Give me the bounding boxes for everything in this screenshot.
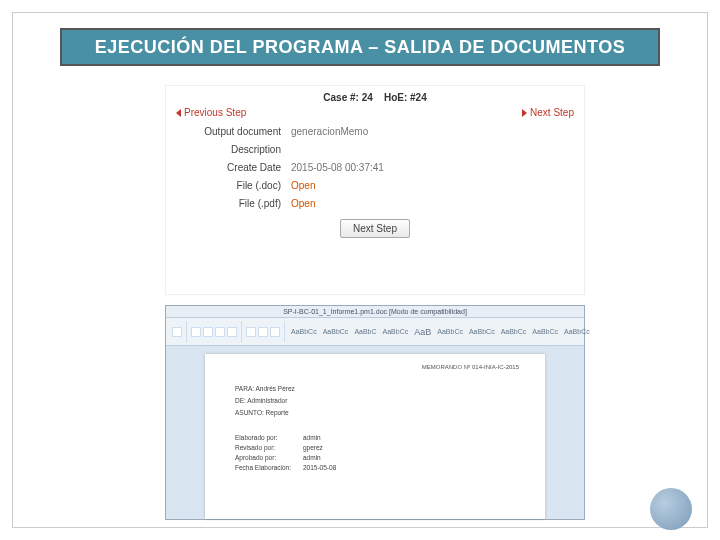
memo-key: Fecha Elaboración:	[235, 464, 295, 471]
title-bar: EJECUCIÓN DEL PROGRAMA – SALIDA DE DOCUM…	[60, 28, 660, 66]
memo-pair: Aprobado por: admin	[235, 454, 515, 461]
align-left-icon[interactable]	[246, 327, 256, 337]
next-step-label: Next Step	[530, 107, 574, 118]
bold-icon[interactable]	[191, 327, 201, 337]
description-label: Description	[176, 144, 291, 155]
style-preview[interactable]: AaBbCc	[530, 327, 560, 336]
style-preview[interactable]: AaBbCc	[321, 327, 351, 336]
next-step-button[interactable]: Next Step	[340, 219, 410, 238]
row-output-document: Output document generacionMemo	[176, 126, 574, 137]
memo-number: MEMORANDO Nº 014-INIA-IC-2015	[422, 364, 519, 370]
word-window: SP-I-BC-01_1_Informe1.pm1.doc [Modo de c…	[165, 305, 585, 520]
output-document-label: Output document	[176, 126, 291, 137]
file-pdf-open-link[interactable]: Open	[291, 198, 315, 209]
case-label: Case #: 24	[323, 92, 372, 103]
create-date-label: Create Date	[176, 162, 291, 173]
row-file-doc: File (.doc) Open	[176, 180, 574, 191]
paste-icon[interactable]	[172, 327, 182, 337]
memo-key: Revisado por:	[235, 444, 295, 451]
align-right-icon[interactable]	[270, 327, 280, 337]
decorative-sphere-icon	[650, 488, 692, 530]
file-pdf-label: File (.pdf)	[176, 198, 291, 209]
memo-val: admin	[303, 434, 321, 441]
chevron-right-icon	[522, 109, 527, 117]
style-preview[interactable]: AaBbCc	[499, 327, 529, 336]
style-preview[interactable]: AaB	[412, 326, 433, 338]
ribbon-font-group	[191, 321, 242, 342]
chevron-left-icon	[176, 109, 181, 117]
italic-icon[interactable]	[203, 327, 213, 337]
memo-val: gperez	[303, 444, 323, 451]
web-output-panel: Case #: 24 HoE: #24 Previous Step Next S…	[165, 85, 585, 295]
font-color-icon[interactable]	[227, 327, 237, 337]
memo-pair: Revisado por: gperez	[235, 444, 515, 451]
word-window-title: SP-I-BC-01_1_Informe1.pm1.doc [Modo de c…	[166, 306, 584, 318]
memo-val: 2015-05-08	[303, 464, 336, 471]
slide-title: EJECUCIÓN DEL PROGRAMA – SALIDA DE DOCUM…	[95, 37, 626, 58]
style-preview[interactable]: AaBbC	[352, 327, 378, 336]
memo-asunto: ASUNTO: Reporte	[235, 409, 515, 416]
style-preview[interactable]: AaBbCc	[562, 327, 592, 336]
file-doc-label: File (.doc)	[176, 180, 291, 191]
memo-key: Elaborado por:	[235, 434, 295, 441]
previous-step-label: Previous Step	[184, 107, 246, 118]
align-center-icon[interactable]	[258, 327, 268, 337]
underline-icon[interactable]	[215, 327, 225, 337]
row-description: Description	[176, 144, 574, 155]
case-row: Case #: 24 HoE: #24	[176, 92, 574, 103]
memo-de: DE: Administrador	[235, 397, 515, 404]
memo-para: PARA: Andrés Pérez	[235, 385, 515, 392]
memo-val: admin	[303, 454, 321, 461]
file-doc-open-link[interactable]: Open	[291, 180, 315, 191]
style-preview[interactable]: AaBbCc	[467, 327, 497, 336]
style-preview[interactable]: AaBbCc	[289, 327, 319, 336]
row-file-pdf: File (.pdf) Open	[176, 198, 574, 209]
create-date-value: 2015-05-08 00:37:41	[291, 162, 384, 173]
memo-pair: Fecha Elaboración: 2015-05-08	[235, 464, 515, 471]
memo-pair: Elaborado por: admin	[235, 434, 515, 441]
previous-step-link[interactable]: Previous Step	[176, 107, 246, 118]
word-page: MEMORANDO Nº 014-INIA-IC-2015 PARA: Andr…	[205, 354, 545, 519]
next-step-link[interactable]: Next Step	[522, 107, 574, 118]
ribbon-styles-group: AaBbCc AaBbCc AaBbC AaBbCc AaB AaBbCc Aa…	[289, 321, 596, 342]
row-create-date: Create Date 2015-05-08 00:37:41	[176, 162, 574, 173]
output-document-value: generacionMemo	[291, 126, 368, 137]
style-preview[interactable]: AaBbCc	[435, 327, 465, 336]
word-ribbon: AaBbCc AaBbCc AaBbC AaBbCc AaB AaBbCc Aa…	[166, 318, 584, 346]
step-nav: Previous Step Next Step	[176, 107, 574, 118]
hoe-label: HoE: #24	[384, 92, 427, 103]
memo-key: Aprobado por:	[235, 454, 295, 461]
ribbon-paragraph-group	[246, 321, 285, 342]
ribbon-clipboard-group	[172, 321, 187, 342]
style-preview[interactable]: AaBbCc	[381, 327, 411, 336]
